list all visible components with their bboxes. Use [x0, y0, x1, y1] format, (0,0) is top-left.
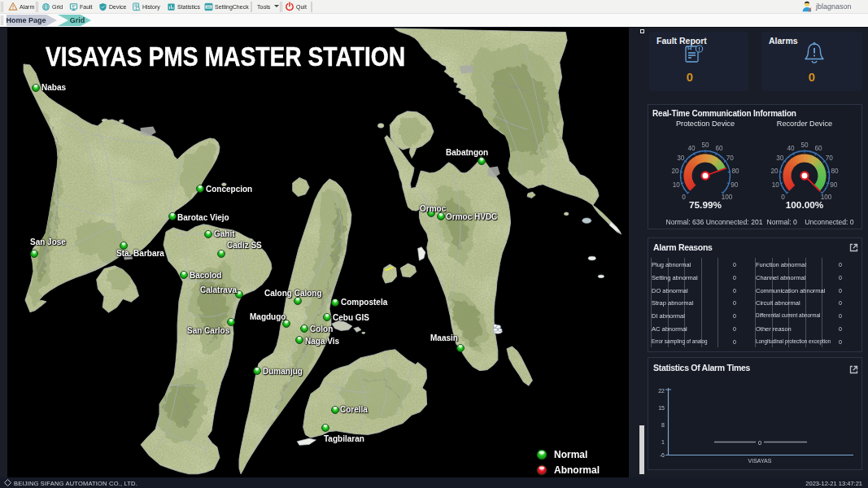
svg-text:Normal: 0 Unconnected: 0: Normal: 0 Unconnected: 0 — [767, 218, 854, 226]
svg-text:75.99%: 75.99% — [689, 199, 722, 211]
svg-text:100: 100 — [722, 194, 733, 201]
svg-text:10: 10 — [673, 181, 681, 189]
svg-text:0: 0 — [682, 194, 686, 201]
svg-text:22: 22 — [658, 388, 665, 394]
svg-text:15: 15 — [658, 405, 665, 411]
svg-text:Recorder Device: Recorder Device — [777, 120, 832, 128]
svg-text:80: 80 — [831, 168, 839, 175]
svg-text:70: 70 — [826, 155, 834, 162]
svg-text:40: 40 — [687, 145, 696, 152]
svg-text:60: 60 — [814, 145, 822, 152]
svg-text:0: 0 — [758, 439, 761, 447]
svg-text:100.00%: 100.00% — [786, 199, 824, 211]
svg-text:10: 10 — [772, 181, 780, 189]
svg-text:Protection Device: Protection Device — [676, 120, 735, 128]
svg-text:90: 90 — [830, 181, 838, 189]
svg-text:8: 8 — [661, 422, 665, 428]
svg-text:20: 20 — [671, 168, 679, 175]
svg-text:30: 30 — [677, 155, 685, 162]
svg-text:60: 60 — [715, 145, 723, 152]
svg-text:20: 20 — [770, 168, 779, 175]
svg-text:70: 70 — [726, 155, 735, 162]
svg-text:30: 30 — [776, 155, 784, 162]
svg-text:0: 0 — [781, 194, 785, 201]
svg-text:Normal: 636 Unconnected: 201: Normal: 636 Unconnected: 201 — [666, 218, 763, 226]
svg-text:-6: -6 — [660, 452, 665, 458]
svg-text:VISAYAS: VISAYAS — [748, 458, 772, 464]
svg-text:80: 80 — [731, 168, 739, 175]
svg-text:50: 50 — [800, 142, 809, 149]
svg-text:90: 90 — [731, 181, 739, 189]
svg-text:50: 50 — [701, 142, 709, 149]
svg-text:40: 40 — [787, 145, 795, 152]
svg-text:Home Page: Home Page — [6, 16, 46, 24]
svg-text:1: 1 — [661, 439, 665, 445]
svg-text:Grid: Grid — [70, 16, 85, 24]
